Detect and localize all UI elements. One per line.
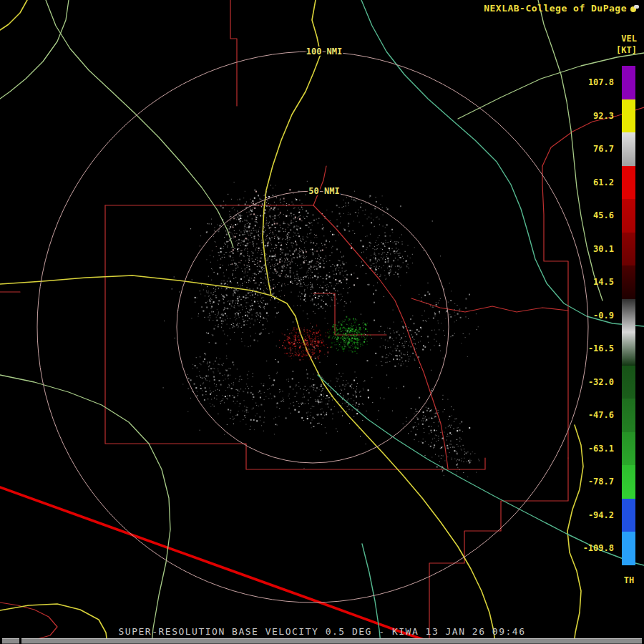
scrollbar-left-button[interactable] (2, 638, 19, 644)
range-ring-label: 100 NMI (306, 47, 343, 57)
highways-green (318, 0, 644, 644)
highways-yellow (0, 0, 583, 644)
radar-map: 100 NMI50 NMI (0, 0, 644, 644)
colorbar-segment (622, 299, 635, 333)
range-ring-label: 50 NMI (308, 186, 339, 196)
colorbar-segment (622, 99, 635, 133)
colorbar-segment (622, 366, 635, 399)
colorbar-th-label: TH (619, 575, 639, 585)
colorbar-segment (622, 532, 635, 565)
colorbar-segment (622, 265, 635, 299)
colorbar-segment (622, 432, 635, 466)
colorbar-unit-kt: [KT] (616, 44, 637, 56)
colorbar-unit-vel: VEL (616, 33, 637, 44)
colorbar-unit-label: VEL [KT] (616, 33, 637, 56)
velocity-echoes (163, 181, 479, 477)
colorbar-segment (622, 499, 635, 532)
cod-logo-icon (630, 4, 640, 14)
international-border (0, 487, 436, 644)
scrollbar-track[interactable] (21, 638, 642, 644)
horizontal-scrollbar[interactable] (0, 638, 644, 644)
colorbar (622, 66, 635, 565)
colorbar-segment (622, 233, 635, 266)
header: NEXLAB-College of DuPage (484, 3, 640, 14)
colorbar-segment (622, 166, 635, 200)
colorbar-segment (622, 66, 635, 99)
colorbar-segment (622, 465, 635, 499)
colorbar-segment (622, 332, 635, 366)
colorbar-segment (622, 199, 635, 233)
status-text: SUPER-RESOLUTION BASE VELOCITY 0.5 DEG -… (0, 626, 644, 637)
site-title: NEXLAB-College of DuPage (484, 3, 627, 14)
county-borders (0, 0, 644, 644)
radar-display: 100 NMI50 NMI NEXLAB-College of DuPage V… (0, 0, 644, 644)
highways-pale-green (0, 0, 644, 644)
colorbar-segment (622, 399, 635, 432)
colorbar-segment (622, 132, 635, 166)
